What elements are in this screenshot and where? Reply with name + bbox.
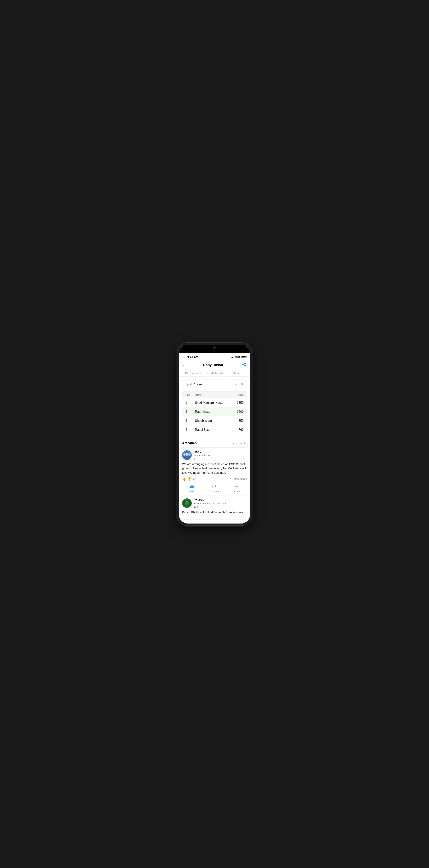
leaderboard-section: Sport: Cricket ▾ (179, 376, 250, 437)
share-post-button-1[interactable]: Share (233, 485, 240, 493)
user-info-polash: Polash Right Arm fastl Lion battalions 1… (194, 498, 227, 508)
table-row: 3 Shoeb islam 850 (182, 416, 247, 425)
user-role-rony: Left Arm Pacer (194, 454, 210, 457)
sport-selector[interactable]: Sport: Cricket ▾ (182, 379, 247, 389)
thumbs-down-icon-1[interactable]: 👎 (188, 477, 191, 481)
tab-performance[interactable]: Performance (183, 370, 204, 376)
svg-line-9 (242, 383, 243, 384)
col-rank-header: Rank (186, 393, 195, 396)
signal-bars (183, 356, 186, 358)
sport-value: Cricket (194, 383, 203, 386)
chevron-down-icon[interactable]: ▾ (236, 383, 237, 386)
post-reactions-1: 👍 👎 ♥ 10 10 Comments (182, 477, 247, 481)
post-time-rony: 2 h (194, 457, 210, 460)
player-points-1: 1350 (237, 401, 243, 404)
phone-screen: 9:41 AM ▲ 100% ‹ Rony Hasan (179, 345, 250, 524)
share-post-icon-1 (235, 485, 239, 489)
activities-title: Activities (182, 441, 197, 445)
heart-count-1: ♥ 10 (193, 477, 198, 480)
signal-bar-3 (185, 356, 186, 358)
phone-frame: 9:41 AM ▲ 100% ‹ Rony Hasan (177, 343, 252, 525)
username-rony: Rony (194, 450, 210, 454)
thumbs-up-icon-1[interactable]: 👍 (182, 477, 186, 481)
username-polash: Polash (194, 498, 227, 502)
post-actions-1: Liked Comment (182, 483, 247, 493)
table-row: 2 Ratul hasan 1200 (182, 407, 247, 416)
battery-container: 100% (235, 355, 246, 359)
tab-stats[interactable]: Stats (225, 370, 246, 376)
activities-section: Activities most recent ▾ (179, 437, 250, 520)
col-points-header: Points (237, 393, 243, 396)
player-name-3: Shoeb islam (195, 419, 238, 423)
sport-label: Sport: (186, 383, 193, 386)
col-name-header: Name (195, 393, 237, 396)
comment-icon-1 (212, 485, 216, 489)
svg-point-13 (188, 453, 191, 456)
player-points-2: 1200 (237, 410, 243, 413)
sport-right: ▾ (236, 382, 243, 386)
post-user-1: Rony Left Arm Pacer 2 h (182, 450, 210, 460)
table-row: 1 Syed Manjurul Hasan 1350 (182, 398, 247, 407)
svg-point-12 (183, 453, 186, 456)
rank-1: 1 (186, 401, 195, 404)
user-role-polash: Right Arm fastl Lion battalions (194, 502, 227, 505)
tab-leaderboard[interactable]: Leaderboard (204, 370, 225, 376)
player-points-3: 850 (238, 419, 243, 423)
comment-label-1: Comment (209, 490, 220, 493)
status-time: 9:41 AM (187, 355, 198, 359)
rank-3: 3 (186, 419, 195, 423)
signal-bar-4 (186, 356, 186, 358)
back-button[interactable]: ‹ (183, 363, 184, 367)
most-recent-chevron: ▾ (245, 442, 247, 444)
most-recent-label: most recent (232, 442, 245, 444)
tabs-bar: Performance Leaderboard Stats (179, 370, 250, 376)
like-button-1[interactable]: Liked (189, 485, 195, 493)
signal-bar-2 (184, 357, 185, 358)
like-icon-1 (190, 485, 194, 489)
post-content-1: We are arranging a cricket match on PSC … (182, 462, 247, 475)
post-header-2: Polash Right Arm fastl Lion battalions 1… (182, 498, 247, 508)
status-icons: ▲ 100% (231, 355, 246, 359)
user-info-rony: Rony Left Arm Pacer 2 h (194, 450, 210, 460)
signal-bar-1 (183, 358, 184, 358)
share-label-1: Share (233, 490, 240, 493)
svg-line-8 (242, 384, 243, 385)
post-header-1: Rony Left Arm Pacer 2 h ⋮ (182, 450, 247, 460)
svg-line-3 (243, 365, 244, 366)
notch-area (179, 345, 250, 353)
share-button[interactable] (242, 363, 246, 368)
avatar-rony (182, 450, 192, 460)
notch-dot (213, 346, 216, 349)
post-user-2: Polash Right Arm fastl Lion battalions 1… (182, 498, 227, 508)
reaction-left-1: 👍 👎 ♥ 10 (182, 477, 198, 481)
header: ‹ Rony Hasan (179, 360, 250, 370)
heart-icon-1[interactable]: ♥ (193, 477, 194, 480)
more-options-button-1[interactable]: ⋮ (243, 450, 247, 455)
most-recent-filter[interactable]: most recent ▾ (232, 442, 247, 444)
table-header: Rank Name Points (182, 392, 247, 398)
battery-fill (242, 356, 245, 358)
status-bar: 9:41 AM ▲ 100% (179, 353, 250, 360)
player-name-2: Ratul hasan (195, 410, 237, 413)
more-options-button-2[interactable]: ⋮ (243, 498, 247, 503)
comment-button-1[interactable]: Comment (209, 485, 220, 493)
activities-header: Activities most recent ▾ (182, 440, 247, 447)
comments-count-1: 10 Comments (230, 477, 247, 480)
signal-container: 9:41 AM (183, 355, 198, 359)
table-row: 4 Rasel Sixer 760 (182, 425, 247, 434)
post-card-2: Polash Right Arm fastl Lion battalions 1… (182, 496, 247, 520)
battery-percent: 100% (235, 355, 241, 359)
sport-share-icon[interactable] (240, 382, 243, 386)
svg-line-4 (243, 364, 244, 364)
svg-point-11 (186, 453, 189, 456)
leaderboard-table: Rank Name Points 1 Syed Manjurul Hasan 1… (182, 391, 247, 434)
rank-2: 2 (186, 410, 195, 413)
like-label-1: Liked (189, 490, 195, 493)
battery-icon (241, 356, 246, 358)
post-card-1: Rony Left Arm Pacer 2 h ⋮ We are arrangi… (182, 447, 247, 496)
post-content-2: Kireee Khelbi naki, Uludaha math Book ko… (182, 510, 247, 515)
player-name-4: Rasel Sixer (195, 428, 238, 432)
page-title: Rony Hasan (203, 363, 223, 367)
rank-4: 4 (186, 428, 195, 432)
wifi-icon: ▲ (231, 355, 233, 359)
